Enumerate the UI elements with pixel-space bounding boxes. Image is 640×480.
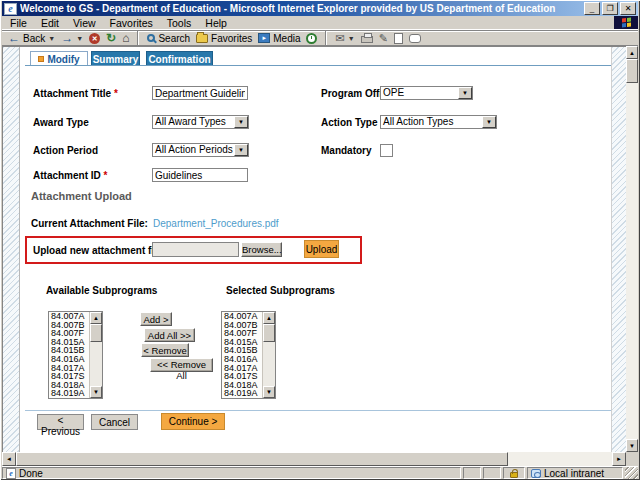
scroll-down-icon[interactable]: ▼ <box>626 439 638 452</box>
continue-button[interactable]: Continue > <box>161 413 225 430</box>
scrollbar-thumb[interactable] <box>263 324 275 342</box>
forward-arrow-icon: → <box>61 32 73 44</box>
resize-grip[interactable] <box>625 467 638 479</box>
forward-button[interactable]: → ▼ <box>61 32 83 44</box>
tab-divider-line <box>25 65 611 66</box>
status-panel <box>463 467 481 479</box>
scrollbar-thumb[interactable] <box>16 452 508 466</box>
award-type-select[interactable]: All Award Types ▼ <box>152 115 249 129</box>
restore-button[interactable]: ❐ <box>602 2 618 15</box>
menu-tools[interactable]: Tools <box>167 17 192 29</box>
close-button[interactable]: ✕ <box>620 2 636 15</box>
menu-edit[interactable]: Edit <box>41 17 59 29</box>
action-period-select[interactable]: All Action Periods ▼ <box>152 143 249 157</box>
required-asterisk: * <box>104 170 108 181</box>
upload-new-file-label: Upload new attachment file* <box>33 245 166 256</box>
scroll-right-icon[interactable]: ► <box>612 452 626 466</box>
discuss-button[interactable] <box>409 34 421 43</box>
ie-page-icon: e <box>6 468 16 479</box>
status-panel <box>483 467 501 479</box>
action-period-label: Action Period <box>33 145 98 156</box>
status-bar: e Done Local intranet <box>2 466 638 479</box>
intranet-zone-icon <box>531 469 541 478</box>
available-subprograms-listbox[interactable]: 84.007A84.007B84.007F84.015A84.015B84.01… <box>48 311 103 399</box>
scroll-up-icon[interactable]: ▲ <box>90 312 102 324</box>
award-type-label: Award Type <box>33 117 89 128</box>
window-title: Welcome to GS - Department of Education … <box>20 3 584 14</box>
refresh-button[interactable]: ↻ <box>106 32 116 44</box>
zone-text: Local intranet <box>544 468 604 479</box>
add-button[interactable]: Add > <box>140 312 172 326</box>
mail-dropdown-icon[interactable]: ▼ <box>348 35 355 42</box>
attachment-id-input[interactable] <box>152 168 248 182</box>
upload-highlight-box: Upload new attachment file* Browse... Up… <box>25 236 362 264</box>
favorites-button[interactable]: Favorites <box>196 33 252 44</box>
upload-file-input[interactable] <box>152 242 239 257</box>
upload-button[interactable]: Upload <box>304 240 339 258</box>
search-button[interactable]: Search <box>147 33 190 44</box>
menu-view[interactable]: View <box>73 17 96 29</box>
status-text: Done <box>19 468 43 479</box>
mail-icon: ✉ <box>335 33 344 44</box>
browser-window: e Welcome to GS - Department of Educatio… <box>0 0 640 480</box>
selected-subprograms-listbox[interactable]: 84.007A84.007B84.007F84.015A84.015B84.01… <box>221 311 276 399</box>
listbox-scrollbar[interactable]: ▲ ▼ <box>262 312 275 398</box>
history-button[interactable] <box>306 33 317 44</box>
vertical-scrollbar[interactable]: ▲ ▼ <box>626 46 638 452</box>
program-office-select[interactable]: OPE ▼ <box>380 86 473 100</box>
scroll-down-icon[interactable]: ▼ <box>263 386 275 398</box>
tab-summary[interactable]: Summary <box>91 51 140 66</box>
remove-all-button[interactable]: << Remove All <box>150 358 213 372</box>
page-content: Modify Summary Confirmation Attachment T… <box>2 46 626 452</box>
scroll-up-icon[interactable]: ▲ <box>626 46 638 59</box>
required-asterisk: * <box>114 88 118 99</box>
attachment-title-input[interactable] <box>152 86 248 100</box>
forward-dropdown-icon[interactable]: ▼ <box>76 35 83 42</box>
browse-button[interactable]: Browse... <box>241 242 282 257</box>
menu-help[interactable]: Help <box>205 17 227 29</box>
listbox-option[interactable]: 84.019A <box>51 389 89 398</box>
media-icon: ▸ <box>258 33 270 43</box>
home-button[interactable]: ⌂ <box>122 32 129 44</box>
lock-icon <box>510 472 518 478</box>
chevron-down-icon[interactable]: ▼ <box>234 144 248 156</box>
action-type-select[interactable]: All Action Types ▼ <box>380 115 497 129</box>
scroll-down-icon[interactable]: ▼ <box>90 386 102 398</box>
menu-file[interactable]: File <box>10 17 27 29</box>
menu-favorites[interactable]: Favorites <box>110 17 153 29</box>
ie-logo-icon: e <box>4 3 17 15</box>
scrollbar-corner <box>626 452 638 466</box>
current-attachment-label: Current Attachment File: <box>31 218 148 229</box>
action-type-label: Action Type <box>321 117 377 128</box>
previous-button[interactable]: < Previous <box>37 414 84 430</box>
page-tool-button[interactable] <box>394 33 403 44</box>
mandatory-checkbox[interactable] <box>380 144 393 157</box>
scroll-left-icon[interactable]: ◄ <box>2 452 16 466</box>
page-right-margin <box>611 47 626 452</box>
scroll-up-icon[interactable]: ▲ <box>263 312 275 324</box>
chevron-down-icon[interactable]: ▼ <box>482 116 496 128</box>
mail-button[interactable]: ✉ ▼ <box>335 33 354 44</box>
chevron-down-icon[interactable]: ▼ <box>234 116 248 128</box>
listbox-scrollbar[interactable]: ▲ ▼ <box>89 312 102 398</box>
add-all-button[interactable]: Add All >> <box>144 328 195 342</box>
remove-button[interactable]: < Remove <box>141 343 189 357</box>
back-dropdown-icon[interactable]: ▼ <box>48 35 55 42</box>
edit-button[interactable]: ✎ <box>379 33 388 44</box>
media-button[interactable]: ▸ Media <box>258 33 300 44</box>
attachment-id-label: Attachment ID * <box>33 170 107 181</box>
scrollbar-thumb[interactable] <box>90 324 102 342</box>
tab-confirmation[interactable]: Confirmation <box>146 51 213 66</box>
horizontal-scrollbar[interactable]: ◄ ► <box>2 452 626 466</box>
windows-logo-throbber <box>614 16 638 29</box>
print-button[interactable] <box>361 36 373 43</box>
back-button[interactable]: ← Back ▼ <box>8 32 55 44</box>
tab-modify[interactable]: Modify <box>30 51 88 66</box>
listbox-option[interactable]: 84.019A <box>224 389 262 398</box>
current-attachment-link[interactable]: Department_Procedures.pdf <box>153 218 279 229</box>
chevron-down-icon[interactable]: ▼ <box>458 87 472 99</box>
scrollbar-thumb[interactable] <box>626 59 638 83</box>
cancel-button[interactable]: Cancel <box>91 414 138 430</box>
minimize-button[interactable]: _ <box>584 2 600 15</box>
stop-button[interactable]: ✕ <box>89 33 100 44</box>
